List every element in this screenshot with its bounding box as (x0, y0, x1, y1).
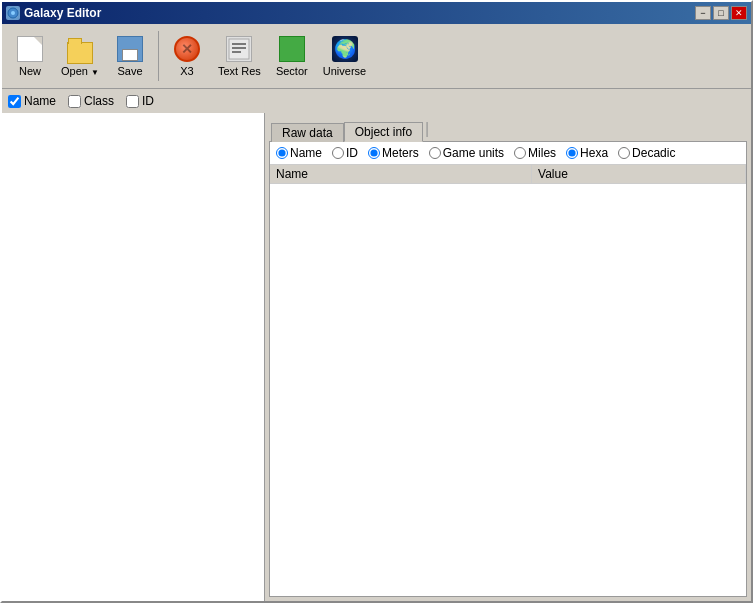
option-meters-label: Meters (382, 146, 419, 160)
option-game-units-radio[interactable] (429, 147, 441, 159)
option-miles-radio[interactable] (514, 147, 526, 159)
filter-name-label: Name (24, 94, 56, 108)
open-arrow: ▼ (91, 68, 99, 77)
option-miles-label: Miles (528, 146, 556, 160)
open-label: Open ▼ (61, 65, 99, 77)
col-name-header: Name (270, 165, 532, 184)
tab-content: Name ID Meters Game units (269, 141, 747, 597)
x3-icon (173, 35, 201, 63)
option-game-units-label: Game units (443, 146, 504, 160)
universe-label: Universe (323, 65, 366, 77)
data-table: Name Value (270, 165, 746, 596)
svg-point-1 (11, 11, 15, 15)
x3-label: X3 (180, 65, 193, 77)
option-miles[interactable]: Miles (514, 146, 556, 160)
tab-raw-data[interactable]: Raw data (271, 123, 344, 142)
save-button[interactable]: Save (106, 27, 154, 85)
open-icon (66, 35, 94, 63)
tab-object-info[interactable]: Object info (344, 122, 423, 142)
main-window: Galaxy Editor − □ ✕ New Open ▼ (0, 0, 753, 603)
filter-id-input[interactable] (126, 95, 139, 108)
new-icon (16, 35, 44, 63)
new-label: New (19, 65, 41, 77)
minimize-button[interactable]: − (695, 6, 711, 20)
sector-button[interactable]: Sector (268, 27, 316, 85)
tab-separator: | (423, 120, 431, 138)
option-meters-radio[interactable] (368, 147, 380, 159)
option-hexa[interactable]: Hexa (566, 146, 608, 160)
title-buttons: − □ ✕ (695, 6, 747, 20)
option-id-label: ID (346, 146, 358, 160)
option-hexa-label: Hexa (580, 146, 608, 160)
option-name[interactable]: Name (276, 146, 322, 160)
x3-button[interactable]: X3 (163, 27, 211, 85)
title-bar-left: Galaxy Editor (6, 6, 101, 20)
close-button[interactable]: ✕ (731, 6, 747, 20)
title-bar: Galaxy Editor − □ ✕ (2, 2, 751, 24)
tabs: Raw data Object info | (265, 113, 751, 141)
options-bar: Name ID Meters Game units (270, 142, 746, 165)
window-title: Galaxy Editor (24, 6, 101, 20)
filter-name-input[interactable] (8, 95, 21, 108)
maximize-button[interactable]: □ (713, 6, 729, 20)
option-hexa-radio[interactable] (566, 147, 578, 159)
open-button[interactable]: Open ▼ (56, 27, 104, 85)
filter-class-label: Class (84, 94, 114, 108)
main-content: Raw data Object info | Name ID (2, 113, 751, 601)
right-panel: Raw data Object info | Name ID (265, 113, 751, 601)
sector-icon (278, 35, 306, 63)
app-icon (6, 6, 20, 20)
sector-label: Sector (276, 65, 308, 77)
left-panel (2, 113, 265, 601)
option-meters[interactable]: Meters (368, 146, 419, 160)
filter-bar: Name Class ID (2, 89, 751, 113)
universe-button[interactable]: Universe (318, 27, 371, 85)
save-label: Save (117, 65, 142, 77)
filter-class-checkbox[interactable]: Class (68, 94, 114, 108)
universe-icon (331, 35, 359, 63)
option-decadic[interactable]: Decadic (618, 146, 675, 160)
filter-id-label: ID (142, 94, 154, 108)
filter-class-input[interactable] (68, 95, 81, 108)
toolbar-separator-1 (158, 31, 159, 81)
col-value-header: Value (532, 165, 746, 184)
option-name-label: Name (290, 146, 322, 160)
option-decadic-label: Decadic (632, 146, 675, 160)
svg-rect-2 (229, 39, 249, 59)
textres-icon (225, 35, 253, 63)
option-id-radio[interactable] (332, 147, 344, 159)
option-decadic-radio[interactable] (618, 147, 630, 159)
toolbar: New Open ▼ Save X3 (2, 24, 751, 89)
textres-label: Text Res (218, 65, 261, 77)
option-id[interactable]: ID (332, 146, 358, 160)
filter-id-checkbox[interactable]: ID (126, 94, 154, 108)
textres-button[interactable]: Text Res (213, 27, 266, 85)
new-button[interactable]: New (6, 27, 54, 85)
option-game-units[interactable]: Game units (429, 146, 504, 160)
save-icon (116, 35, 144, 63)
option-name-radio[interactable] (276, 147, 288, 159)
filter-name-checkbox[interactable]: Name (8, 94, 56, 108)
